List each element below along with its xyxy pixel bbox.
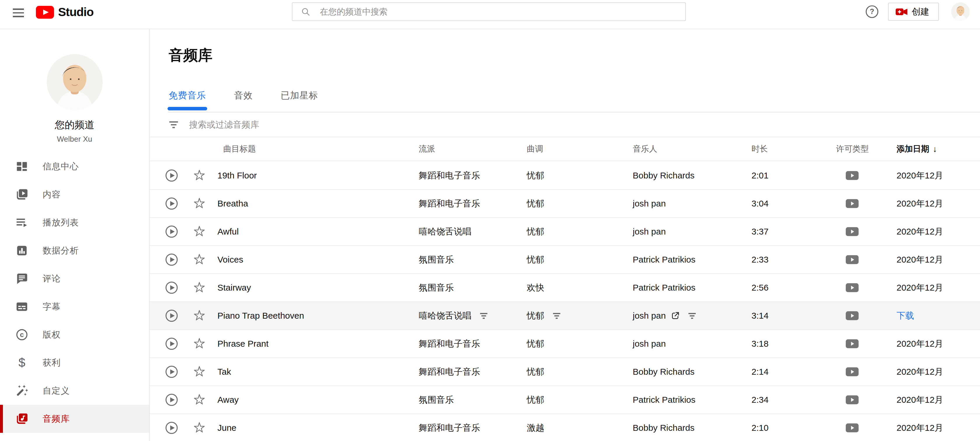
sidebar-item[interactable]: 音频库 xyxy=(0,405,149,433)
sidebar-item[interactable]: 内容 xyxy=(0,181,149,209)
star-button[interactable] xyxy=(181,169,218,182)
page-title: 音频库 xyxy=(169,46,212,65)
sidebar-item-icon xyxy=(15,384,29,398)
star-button[interactable] xyxy=(181,225,218,238)
sidebar-item-label: 内容 xyxy=(43,189,61,201)
track-duration: 2:33 xyxy=(746,255,830,265)
table-row[interactable]: Voices 氛围音乐 忧郁 Patrick Patrikios 2:33 xyxy=(150,246,980,274)
star-button[interactable] xyxy=(181,281,218,294)
col-header-date-added[interactable]: 添加日期 ↓ xyxy=(874,144,971,155)
download-link[interactable]: 下载 xyxy=(897,310,914,322)
library-filter-input[interactable] xyxy=(189,120,773,129)
track-artist-cell: Bobby Richards xyxy=(627,423,746,433)
youtube-license-icon[interactable] xyxy=(845,255,859,265)
play-button[interactable] xyxy=(162,169,181,182)
youtube-license-icon[interactable] xyxy=(845,198,859,209)
sidebar-item[interactable]: 版权 xyxy=(0,321,149,349)
date-added-cell: 2020年12月 xyxy=(874,226,971,238)
play-button[interactable] xyxy=(162,281,181,294)
youtube-license-icon[interactable] xyxy=(845,311,859,321)
table-row[interactable]: Away 氛围音乐 忧郁 Patrick Patrikios 2:34 xyxy=(150,386,980,414)
table-row[interactable]: June 舞蹈和电子音乐 激越 Bobby Richards 2:10 xyxy=(150,414,980,441)
table-row[interactable]: Awful 嘻哈饶舌说唱 忧郁 josh pan 3:37 xyxy=(150,218,980,246)
channel-search[interactable] xyxy=(292,2,686,21)
track-mood: 忧郁 xyxy=(527,366,544,378)
star-button[interactable] xyxy=(181,197,218,210)
track-genre: 舞蹈和电子音乐 xyxy=(419,366,480,378)
star-button[interactable] xyxy=(181,310,218,322)
artist-external-link-icon[interactable] xyxy=(671,312,680,320)
track-mood: 忧郁 xyxy=(527,394,544,406)
star-button[interactable] xyxy=(181,394,218,406)
sidebar-item[interactable]: 播放列表 xyxy=(0,209,149,236)
sidebar-item[interactable]: 信息中心 xyxy=(0,152,149,181)
track-mood-cell: 忧郁 xyxy=(521,226,627,238)
youtube-license-icon[interactable] xyxy=(845,227,859,236)
tab[interactable]: 免费音乐 xyxy=(169,89,206,110)
star-button[interactable] xyxy=(181,422,218,434)
track-mood-cell: 忧郁 xyxy=(521,254,627,266)
help-icon[interactable] xyxy=(865,5,879,19)
youtube-license-icon[interactable] xyxy=(845,423,859,433)
table-row[interactable]: Piano Trap Beethoven 嘻哈饶舌说唱 忧郁 josh pan … xyxy=(150,302,980,330)
play-button[interactable] xyxy=(162,197,181,210)
star-button[interactable] xyxy=(181,366,218,378)
play-button[interactable] xyxy=(162,393,181,407)
genre-filter-icon[interactable] xyxy=(479,312,488,320)
tab[interactable]: 已加星标 xyxy=(281,89,318,110)
youtube-license-icon[interactable] xyxy=(845,395,859,405)
tab[interactable]: 音效 xyxy=(234,89,253,110)
table-header: 曲目标题 流派 曲调 音乐人 时长 许可类型 添加日期 ↓ xyxy=(150,137,980,161)
track-mood: 忧郁 xyxy=(527,310,544,322)
mood-filter-icon[interactable] xyxy=(552,312,561,320)
play-button[interactable] xyxy=(162,337,181,350)
youtube-license-icon[interactable] xyxy=(845,367,859,377)
create-button[interactable]: 创建 xyxy=(888,3,939,21)
sidebar-item-icon xyxy=(15,216,29,229)
table-row[interactable]: Stairway 氛围音乐 欢快 Patrick Patrikios 2:56 xyxy=(150,274,980,302)
account-avatar[interactable] xyxy=(951,2,970,21)
play-button[interactable] xyxy=(162,365,181,379)
audio-library-page: 音频库 免费音乐 音效 已加星标 曲目标题 流派 曲调 音乐人 时长 许可类型 … xyxy=(150,29,980,441)
channel-avatar[interactable] xyxy=(47,54,103,110)
play-button[interactable] xyxy=(162,225,181,238)
track-genre: 舞蹈和电子音乐 xyxy=(419,170,480,182)
table-row[interactable]: Breatha 舞蹈和电子音乐 忧郁 josh pan 3:04 xyxy=(150,190,980,218)
sidebar-item[interactable]: 数据分析 xyxy=(0,236,149,265)
track-genre-cell: 嘻哈饶舌说唱 xyxy=(413,226,521,238)
sidebar-item-label: 获利 xyxy=(43,357,61,369)
license-cell xyxy=(830,227,874,236)
star-outline-icon xyxy=(193,197,205,210)
sidebar-item[interactable]: 自定义 xyxy=(0,377,149,405)
search-input[interactable] xyxy=(320,7,670,17)
star-button[interactable] xyxy=(181,254,218,266)
sidebar-item[interactable]: 字幕 xyxy=(0,292,149,321)
star-outline-icon xyxy=(193,310,205,322)
play-button[interactable] xyxy=(162,253,181,266)
youtube-license-icon[interactable] xyxy=(845,283,859,292)
youtube-studio-logo[interactable]: Studio xyxy=(36,5,94,19)
track-duration: 3:14 xyxy=(746,311,830,321)
sidebar-item-label: 数据分析 xyxy=(43,245,79,257)
track-mood-cell: 忧郁 xyxy=(521,198,627,210)
date-added-cell: 2020年12月 xyxy=(874,394,971,406)
create-video-icon xyxy=(896,8,908,16)
table-row[interactable]: Phrase Prant 舞蹈和电子音乐 忧郁 josh pan 3:18 xyxy=(150,330,980,358)
youtube-license-icon[interactable] xyxy=(845,171,859,181)
play-button[interactable] xyxy=(162,421,181,435)
play-button[interactable] xyxy=(162,309,181,323)
license-cell xyxy=(830,311,874,321)
artist-filter-icon[interactable] xyxy=(688,312,696,320)
menu-icon[interactable] xyxy=(13,8,24,20)
filter-icon[interactable] xyxy=(169,120,178,129)
play-circle-icon xyxy=(165,169,178,182)
track-genre: 氛围音乐 xyxy=(419,282,454,294)
table-row[interactable]: Tak 舞蹈和电子音乐 忧郁 Bobby Richards 2:14 xyxy=(150,358,980,386)
sidebar-item[interactable]: 评论 xyxy=(0,265,149,292)
sidebar-item[interactable]: 获利 xyxy=(0,349,149,377)
play-circle-icon xyxy=(165,253,178,266)
table-row[interactable]: 19th Floor 舞蹈和电子音乐 忧郁 Bobby Richards 2:0… xyxy=(150,162,980,190)
star-button[interactable] xyxy=(181,338,218,350)
youtube-license-icon[interactable] xyxy=(845,339,859,349)
sidebar-item-label: 自定义 xyxy=(43,385,70,397)
